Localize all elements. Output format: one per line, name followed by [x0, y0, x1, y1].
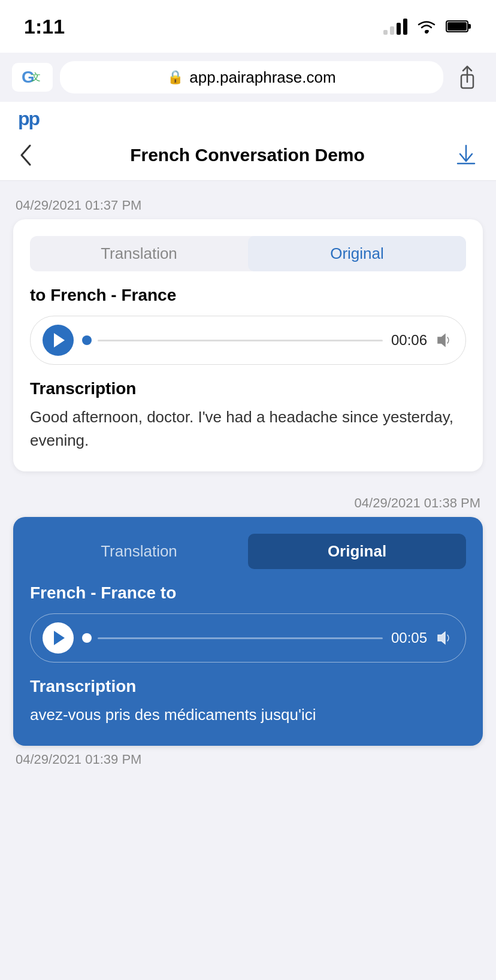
- translate-badge: G 文: [12, 63, 53, 92]
- card1: Translation Original to French - France …: [13, 219, 483, 471]
- card2: Translation Original French - France to …: [13, 517, 483, 746]
- back-button[interactable]: [18, 143, 41, 167]
- card2-transcription-text: avez-vous pris des médicaments jusqu'ici: [30, 703, 466, 727]
- card2-tab-toggle[interactable]: Translation Original: [30, 534, 466, 569]
- status-icons: [383, 18, 472, 35]
- card1-volume-button[interactable]: [435, 332, 453, 349]
- wifi-icon: [416, 18, 437, 35]
- main-content: 04/29/2021 01:37 PM Translation Original…: [0, 181, 496, 791]
- signal-icon: [383, 18, 407, 35]
- card1-progress: [82, 335, 383, 345]
- svg-rect-3: [447, 22, 467, 31]
- card2-timestamp: 04/29/2021 01:38 PM: [13, 495, 483, 511]
- card1-duration: 00:06: [391, 332, 427, 349]
- card2-duration: 00:05: [391, 630, 427, 646]
- card2-play-button[interactable]: [43, 622, 74, 654]
- share-button[interactable]: [450, 61, 484, 93]
- card2-transcription-label: Transcription: [30, 677, 466, 696]
- app-header-wrap: pp French Conversation Demo: [0, 102, 496, 181]
- svg-text:文: 文: [31, 72, 41, 82]
- download-button[interactable]: [454, 143, 478, 167]
- google-translate-icon: G 文: [20, 68, 44, 86]
- card1-progress-line: [98, 340, 383, 341]
- card2-audio-player: 00:05: [30, 613, 466, 663]
- volume-blue-icon: [435, 630, 453, 646]
- card1-timestamp: 04/29/2021 01:37 PM: [13, 198, 483, 213]
- app-header: French Conversation Demo: [0, 130, 496, 180]
- url-text: app.pairaphrase.com: [189, 68, 335, 87]
- card2-tab-translation[interactable]: Translation: [30, 534, 248, 569]
- card2-volume-button[interactable]: [435, 630, 453, 646]
- url-bar[interactable]: 🔒 app.pairaphrase.com: [60, 61, 443, 93]
- logo-strip: pp: [0, 102, 496, 130]
- card2-tab-original[interactable]: Original: [248, 534, 466, 569]
- card1-tab-original[interactable]: Original: [248, 236, 466, 271]
- browser-bar: G 文 🔒 app.pairaphrase.com: [0, 53, 496, 102]
- card1-tab-toggle[interactable]: Translation Original: [30, 236, 466, 271]
- card3-timestamp: 04/29/2021 01:39 PM: [13, 752, 483, 767]
- lock-icon: 🔒: [167, 69, 183, 85]
- svg-point-0: [425, 30, 428, 34]
- volume-icon: [435, 332, 453, 349]
- page-title: French Conversation Demo: [130, 145, 365, 165]
- card1-transcription-text: Good afternoon, doctor. I've had a heada…: [30, 406, 466, 452]
- card1-audio-player: 00:06: [30, 316, 466, 365]
- card1-tab-translation[interactable]: Translation: [30, 236, 248, 271]
- card2-progress-line: [98, 637, 383, 639]
- back-arrow-icon: [18, 143, 35, 167]
- status-bar: 1:11: [0, 0, 496, 53]
- status-time: 1:11: [24, 15, 65, 38]
- svg-marker-9: [438, 632, 445, 644]
- svg-rect-2: [468, 24, 471, 29]
- card2-lang-label: French - France to: [30, 583, 466, 603]
- card2-progress: [82, 633, 383, 643]
- play-triangle-icon: [54, 333, 65, 347]
- logo: pp: [18, 108, 39, 130]
- battery-icon: [446, 19, 472, 34]
- card2-progress-dot: [82, 633, 92, 643]
- card1-play-button[interactable]: [43, 325, 74, 356]
- card1-transcription-label: Transcription: [30, 379, 466, 398]
- share-icon: [456, 64, 478, 90]
- play-triangle-blue-icon: [54, 631, 65, 645]
- card1-progress-dot: [82, 335, 92, 345]
- svg-marker-8: [438, 334, 445, 346]
- download-icon: [454, 143, 478, 167]
- card1-lang-label: to French - France: [30, 286, 466, 305]
